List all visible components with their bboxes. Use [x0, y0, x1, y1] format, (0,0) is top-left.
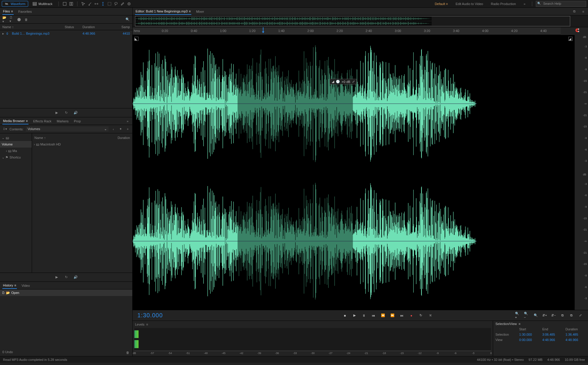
levels-meter[interactable] [134, 328, 491, 350]
multitrack-mode-button[interactable]: Multitrack [30, 1, 55, 7]
levels-scale-tick: -51 [186, 352, 190, 355]
history-item-open[interactable]: 🗋 📂 Open [0, 289, 132, 296]
stop-button[interactable]: ■ [342, 313, 348, 318]
fade-in-handle[interactable]: ◣ [134, 37, 139, 41]
filter-icon[interactable]: ✦ [118, 127, 123, 132]
pin-icon[interactable]: ≡ [581, 9, 586, 14]
brush-tool-icon[interactable] [120, 1, 125, 6]
waveform-display[interactable]: ◢ 🕑 +0 dB ⤢ ◣ ◢ [133, 35, 574, 310]
levels-scale-tick: -21 [364, 352, 368, 355]
tree-toggle[interactable]: ⌄ 🖴 [0, 135, 32, 141]
files-list-header[interactable]: Name ↑ Status Duration Samp [0, 24, 132, 30]
playhead[interactable] [261, 27, 265, 35]
hud-db-value[interactable]: +0 dB [342, 80, 350, 84]
play-preview-icon[interactable]: ▶ [54, 111, 59, 115]
volume-hud[interactable]: ◢ 🕑 +0 dB ⤢ [330, 79, 357, 84]
sv-sel-end[interactable]: 3:06.485 [542, 333, 562, 336]
loop-button[interactable]: ↻ [418, 313, 424, 318]
zoom-in-time-icon[interactable]: 🔍+ [515, 313, 521, 318]
tab-effects-rack[interactable]: Effects Rack [33, 118, 52, 124]
tab-media-browser[interactable]: Media Browser ≡ [2, 118, 28, 124]
slip-tool-icon[interactable] [94, 1, 99, 6]
zoom-sel-in-icon[interactable]: ⧉ [560, 313, 565, 318]
overview-waveform[interactable] [133, 15, 588, 27]
ruler-tick: 1:20 [249, 29, 255, 35]
spectral-pitch-icon[interactable] [69, 1, 74, 6]
tree-item-volumes[interactable]: Volume [0, 141, 32, 148]
tab-editor[interactable]: Editor: Build 1 New Beginnings.mp3 ≡ [135, 8, 191, 15]
zoom-in-amp-icon[interactable]: ⇵+ [542, 313, 548, 318]
panel-overflow-icon[interactable]: » [125, 119, 130, 124]
overview-viewport[interactable] [135, 16, 570, 26]
add-shortcut-icon[interactable]: ＋ [125, 127, 130, 132]
workspace-more[interactable]: » [521, 1, 528, 7]
ingest-icon[interactable]: ⇩▾ [2, 127, 7, 132]
waveform-mode-button[interactable]: Waveform [2, 1, 28, 7]
autoplay2-icon[interactable]: 🔊 [73, 275, 78, 280]
sv-view-start[interactable]: 0:00.000 [519, 338, 539, 342]
workspace-radio[interactable]: Radio Production [488, 1, 519, 7]
tab-files[interactable]: Files ≡ [2, 8, 14, 15]
loop-preview-icon[interactable]: ↻ [64, 111, 69, 115]
tab-history[interactable]: History ≡ [2, 282, 17, 289]
record-button[interactable]: ● [409, 313, 414, 318]
time-ruler[interactable]: hms 0:200:401:001:201:402:002:202:403:00… [133, 27, 561, 35]
go-end-button[interactable]: ⏭ [399, 313, 405, 318]
ffwd-button[interactable]: ⏩ [390, 313, 395, 318]
tree-item-mac[interactable]: › 🖴 Ma [0, 148, 32, 154]
workspace-default[interactable]: Default ≡ [432, 1, 451, 7]
search-files-icon[interactable]: 🔍 [125, 17, 130, 22]
trash-history-icon[interactable]: 🗑 [125, 350, 130, 355]
tab-markers[interactable]: Markers [56, 118, 69, 124]
spot-heal-tool-icon[interactable] [127, 1, 131, 6]
tree-item-shortcuts[interactable]: ⌄ ⚑ Shortcu [0, 154, 32, 161]
tab-favorites[interactable]: Favorites [18, 9, 32, 15]
media-list-header[interactable]: Name ↑ Duration [32, 135, 132, 141]
contents-dropdown[interactable]: Volumes⌄ [26, 127, 109, 132]
pause-button[interactable]: ⏸ [361, 313, 367, 318]
go-start-button[interactable]: ⏮ [371, 313, 376, 318]
sv-sel-start[interactable]: 1:30.000 [519, 333, 539, 336]
skip-selection-button[interactable]: ⤭ [428, 313, 433, 318]
levels-scale-tick: -57 [150, 352, 154, 355]
sv-view-dur[interactable]: 4:48.966 [565, 338, 586, 342]
zoom-sel-out-icon[interactable]: ⧉ [568, 313, 574, 318]
new-file-icon[interactable]: 🗋▾ [9, 17, 14, 22]
loop-preview2-icon[interactable]: ↻ [64, 275, 69, 280]
workspace-edit-av[interactable]: Edit Audio to Video [453, 1, 486, 7]
zoom-out-time-icon[interactable]: 🔍− [524, 313, 530, 318]
sv-sel-dur[interactable]: 1:36.485 [565, 333, 586, 336]
levels-scale-tick: -36 [275, 352, 279, 355]
lasso-tool-icon[interactable] [114, 1, 118, 6]
play-button[interactable]: ▶ [352, 313, 357, 318]
zoom-out-amp-icon[interactable]: ⇵− [551, 313, 557, 318]
open-file-icon[interactable]: 📂▾ [2, 17, 7, 22]
tab-video[interactable]: Video [21, 283, 31, 289]
search-help-input[interactable]: Search Help [536, 1, 586, 7]
time-display[interactable]: 1:30.000 [136, 312, 260, 319]
pin-hud-icon[interactable]: ⤢ [352, 80, 355, 84]
delete-icon[interactable]: 🗑 [24, 17, 28, 22]
fade-out-handle[interactable]: ◢ [568, 37, 573, 41]
hud-toggle-icon[interactable]: ⧉ [572, 9, 577, 14]
rewind-button[interactable]: ⏪ [380, 313, 386, 318]
zoom-full-icon[interactable]: ⤢ [577, 313, 583, 318]
record-icon[interactable]: ⬤ [17, 17, 21, 22]
sv-view-end[interactable]: 4:48.966 [542, 338, 562, 342]
play-preview2-icon[interactable]: ▶ [54, 275, 59, 280]
file-row[interactable]: ▸ ⧮ Build 1… Beginnings.mp3 4:48.966 441… [0, 30, 132, 37]
marquee-tool-icon[interactable] [107, 1, 112, 6]
back-icon[interactable]: ‹ [111, 127, 116, 132]
spectral-freq-icon[interactable] [62, 1, 67, 6]
amplitude-scale[interactable]: dBL-3-6-9-15-21-∞-21-15-9-6-3 dBR-3-6-9-… [574, 35, 588, 310]
media-list-item[interactable]: › 🖴 Macintosh HD [32, 141, 132, 148]
tab-properties[interactable]: Prop [73, 118, 81, 124]
tab-mixer[interactable]: Mixer [196, 9, 205, 15]
time-select-tool-icon[interactable] [101, 1, 105, 6]
move-tool-icon[interactable] [81, 1, 86, 6]
expand-icon[interactable]: ▸ [2, 32, 7, 36]
zoom-reset-icon[interactable]: 🔍 [533, 313, 539, 318]
snap-icon[interactable]: 🧲 [575, 28, 580, 33]
autoplay-icon[interactable]: 🔊 [73, 111, 78, 115]
razor-tool-icon[interactable] [88, 1, 92, 6]
